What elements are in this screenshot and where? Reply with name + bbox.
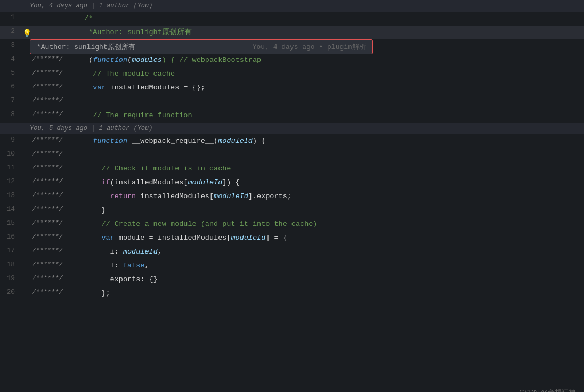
git-icon: 💡 [21, 26, 32, 39]
table-row: 12/******/ if(installedModules[moduleId]… [0, 176, 584, 190]
line-number: 20 [0, 287, 21, 300]
git-icon [21, 217, 32, 231]
git-icon [21, 67, 32, 81]
table-row: 15/******/ // Create a new module (and p… [0, 217, 584, 231]
table-row: 7/******/ [0, 95, 584, 109]
line-number: 14 [0, 203, 21, 217]
table-row: 13/******/ return installedModules[modul… [0, 190, 584, 203]
line-number: 10 [0, 148, 21, 162]
git-icon [21, 134, 32, 148]
code-content: var installedModules = {}; [80, 81, 584, 95]
line-number: 5 [0, 67, 21, 81]
blame-info: /******/ [32, 273, 80, 287]
table-row: 18/******/ l: false, [0, 259, 584, 273]
code-content [80, 148, 584, 162]
code-content: return installedModules[moduleId].export… [80, 190, 584, 203]
git-icon [21, 176, 32, 190]
table-row: 5/******/ // The module cache [0, 67, 584, 81]
table-row: 8/******/ // The require function [0, 109, 584, 123]
git-icon [21, 148, 32, 162]
git-icon [21, 190, 32, 203]
line-number: 19 [0, 273, 21, 287]
blame-info: /******/ [32, 231, 80, 245]
table-row: 2💡 *Author: sunlight原创所有 [0, 26, 584, 39]
line-number: 9 [0, 134, 21, 148]
table-row: 19/******/ exports: {} [0, 273, 584, 287]
blame-info: /******/ [32, 67, 80, 81]
line-number: 1 [0, 12, 21, 26]
code-content: var module = installedModules[moduleId] … [80, 231, 584, 245]
lightbulb-icon: 💡 [22, 29, 31, 38]
table-row: 14/******/ } [0, 203, 584, 217]
line-number: 4 [0, 53, 21, 67]
blame-info: /******/ [32, 162, 80, 176]
watermark: CSDN @全栈狂神 [519, 388, 575, 392]
line-number: 6 [0, 81, 21, 95]
git-icon [21, 162, 32, 176]
blame-info: /******/ [32, 81, 80, 95]
blame-info: /******/ [32, 217, 80, 231]
line-number: 3 [0, 39, 21, 53]
code-content: l: false, [80, 259, 584, 273]
blame-info [32, 26, 80, 39]
git-blame-header-text-top: You, 4 days ago | 1 author (You) [30, 2, 152, 10]
code-content: *Author: sunlight原创所有 [80, 26, 584, 39]
line-number: 15 [0, 217, 21, 231]
blame-info: /******/ [32, 245, 80, 259]
git-icon [21, 12, 32, 26]
code-content: // The require function [80, 109, 584, 123]
table-row: 9/******/ function __webpack_require__(m… [0, 134, 584, 148]
code-content: // The module cache [80, 67, 584, 81]
table-row: 20/******/ }; [0, 287, 584, 300]
table-row: 1/* [0, 12, 584, 26]
table-row: 6/******/ var installedModules = {}; [0, 81, 584, 95]
git-icon [21, 273, 32, 287]
blame-popup-commit: You, 4 days ago • plugin解析 [253, 42, 366, 52]
git-icon [21, 53, 32, 67]
code-content: exports: {} [80, 273, 584, 287]
table-row: 17/******/ i: moduleId, [0, 245, 584, 259]
blame-info: /******/ [32, 259, 80, 273]
code-content: if(installedModules[moduleId]) { [80, 176, 584, 190]
blame-info: /******/ [32, 53, 80, 67]
blame-info: /******/ [32, 176, 80, 190]
line-number: 13 [0, 190, 21, 203]
blame-info: /******/ [32, 203, 80, 217]
line-number: 12 [0, 176, 21, 190]
line-number: 2 [0, 26, 21, 39]
code-container: 1/*2💡 *Author: sunlight原创所有*Author: sunl… [0, 12, 584, 392]
code-content: // Check if module is in cache [80, 162, 584, 176]
git-icon [21, 95, 32, 109]
code-content: }; [80, 287, 584, 300]
code-content: function __webpack_require__(moduleId) { [80, 134, 584, 148]
line-number: 7 [0, 95, 21, 109]
line-number: 17 [0, 245, 21, 259]
table-row: 11/******/ // Check if module is in cach… [0, 162, 584, 176]
code-content: (function(modules) { // webpackBootstrap [80, 53, 584, 67]
git-icon [21, 259, 32, 273]
blame-info: /******/ [32, 95, 80, 109]
blame-popup-author: *Author: sunlight原创所有 [37, 42, 135, 52]
blame-info: /******/ [32, 287, 80, 300]
git-blame-header-top: You, 4 days ago | 1 author (You) [0, 0, 584, 12]
line-number: 8 [0, 109, 21, 123]
code-content: // Create a new module (and put it into … [80, 217, 584, 231]
blame-info [32, 12, 80, 26]
git-icon [21, 231, 32, 245]
line-number: 16 [0, 231, 21, 245]
blame-info: /******/ [32, 109, 80, 123]
code-content [80, 95, 584, 109]
code-content: } [80, 203, 584, 217]
blame-info: /******/ [32, 190, 80, 203]
git-icon [21, 287, 32, 300]
blame-info: /******/ [32, 148, 80, 162]
git-icon [21, 203, 32, 217]
code-content: i: moduleId, [80, 245, 584, 259]
table-row: 16/******/ var module = installedModules… [0, 231, 584, 245]
git-icon [21, 245, 32, 259]
git-blame-popup: *Author: sunlight原创所有You, 4 days ago • p… [30, 39, 373, 54]
line-number: 18 [0, 259, 21, 273]
code-content: /* [80, 12, 584, 26]
git-icon [21, 81, 32, 95]
table-row: 10/******/ [0, 148, 584, 162]
